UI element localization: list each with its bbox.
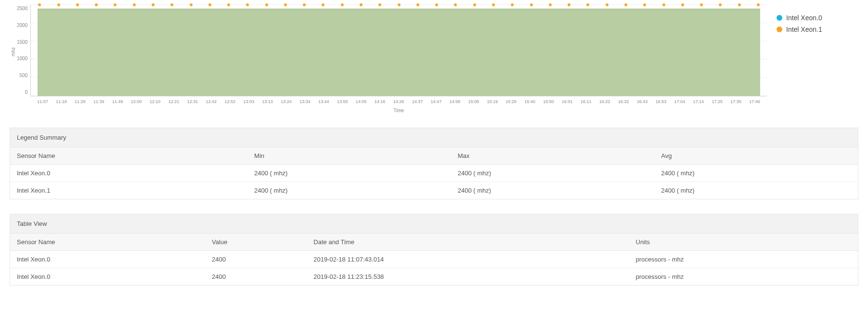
data-point[interactable]: [113, 3, 117, 7]
data-point[interactable]: [681, 3, 685, 7]
chart-plot[interactable]: [30, 5, 767, 96]
y-tick: 1500: [17, 39, 27, 45]
cell-min: 2400 ( mhz): [247, 165, 451, 182]
cell-sensor: Intel Xeon.1: [10, 182, 247, 199]
data-point[interactable]: [416, 3, 420, 7]
data-point[interactable]: [378, 3, 382, 7]
cell-sensor: Intel Xeon.0: [10, 165, 247, 182]
data-point[interactable]: [170, 3, 174, 7]
series-markers: [38, 3, 760, 7]
data-point[interactable]: [76, 3, 79, 7]
cell-value: 2400: [205, 251, 307, 268]
x-tick: 12:10: [150, 99, 161, 104]
x-tick: 14:05: [356, 99, 367, 104]
x-tick: 17:04: [674, 99, 686, 104]
x-tick: 12:31: [187, 99, 198, 104]
x-tick: 11:28: [75, 99, 86, 104]
data-point[interactable]: [132, 3, 136, 7]
data-point[interactable]: [94, 3, 98, 7]
legend-summary-table: Sensor Name Min Max Avg Intel Xeon.02400…: [10, 147, 858, 199]
x-tick: 13:44: [318, 99, 329, 104]
cell-units: processors - mhz: [629, 268, 858, 286]
x-tick: 16:53: [656, 99, 667, 104]
data-point[interactable]: [738, 3, 741, 7]
table-view-panel: Table View Sensor Name Value Date and Ti…: [10, 214, 858, 286]
data-point[interactable]: [473, 3, 477, 7]
x-tick: 14:47: [431, 99, 442, 104]
legend-item[interactable]: Intel Xeon.0: [777, 12, 858, 24]
data-point[interactable]: [38, 3, 41, 7]
cell-min: 2400 ( mhz): [247, 182, 451, 199]
chart-legend: Intel Xeon.0Intel Xeon.1: [777, 5, 858, 35]
data-point[interactable]: [718, 3, 722, 7]
data-point[interactable]: [492, 3, 495, 7]
data-point[interactable]: [435, 3, 439, 7]
data-point[interactable]: [530, 3, 533, 7]
x-tick: 16:01: [562, 99, 573, 104]
data-point[interactable]: [397, 3, 401, 7]
table-view-title: Table View: [10, 214, 858, 234]
y-tick: 2500: [17, 6, 27, 11]
x-tick: 15:19: [487, 99, 498, 104]
x-tick: 11:39: [93, 99, 104, 104]
table-view-table: Sensor Name Value Date and Time Units In…: [10, 234, 858, 285]
data-point[interactable]: [586, 3, 590, 7]
x-tick: 11:07: [37, 99, 48, 104]
data-point[interactable]: [284, 3, 287, 7]
x-tick: 14:26: [393, 99, 404, 104]
data-point[interactable]: [510, 3, 514, 7]
x-tick: 14:16: [375, 99, 386, 104]
data-point[interactable]: [359, 3, 363, 7]
data-point[interactable]: [57, 3, 61, 7]
cell-avg: 2400 ( mhz): [654, 165, 858, 182]
data-point[interactable]: [302, 3, 306, 7]
col-sensor: Sensor Name: [10, 147, 247, 165]
legend-item[interactable]: Intel Xeon.1: [777, 24, 858, 35]
x-tick: 13:34: [299, 99, 311, 104]
data-point[interactable]: [624, 3, 628, 7]
x-tick: 14:37: [412, 99, 423, 104]
data-point[interactable]: [321, 3, 325, 7]
data-point[interactable]: [265, 3, 269, 7]
x-tick: 11:49: [112, 99, 123, 104]
x-axis-label: Time: [30, 104, 767, 113]
data-point[interactable]: [340, 3, 344, 7]
data-point[interactable]: [189, 3, 193, 7]
cell-units: processors - mhz: [629, 251, 858, 268]
x-axis-ticks: 11:0711:1811:2811:3911:4912:0012:1012:21…: [30, 96, 767, 104]
cell-value: 2400: [205, 268, 307, 286]
col-sensor: Sensor Name: [10, 234, 205, 251]
data-point[interactable]: [548, 3, 552, 7]
data-point[interactable]: [700, 3, 703, 7]
data-point[interactable]: [453, 3, 457, 7]
data-point[interactable]: [662, 3, 666, 7]
x-tick: 15:08: [468, 99, 479, 104]
col-datetime: Date and Time: [307, 234, 629, 251]
x-tick: 11:18: [56, 99, 67, 104]
data-point[interactable]: [567, 3, 571, 7]
x-tick: 16:22: [599, 99, 610, 104]
cell-sensor: Intel Xeon.0: [10, 251, 205, 268]
col-value: Value: [205, 234, 307, 251]
x-tick: 13:13: [262, 99, 273, 104]
x-tick: 13:55: [337, 99, 348, 104]
data-point[interactable]: [227, 3, 231, 7]
y-tick: 2000: [17, 23, 27, 28]
x-tick: 12:21: [168, 99, 180, 104]
x-tick: 16:32: [618, 99, 629, 104]
data-point[interactable]: [151, 3, 155, 7]
x-tick: 17:35: [730, 99, 741, 104]
data-point[interactable]: [208, 3, 212, 7]
legend-swatch: [777, 26, 782, 32]
data-point[interactable]: [246, 3, 249, 7]
area-fill: [38, 9, 760, 96]
x-tick: 12:52: [224, 99, 235, 104]
x-tick: 16:43: [637, 99, 648, 104]
y-tick: 500: [17, 73, 27, 78]
data-point[interactable]: [605, 3, 609, 7]
cell-datetime: 2019-02-18 11:23:15.538: [307, 268, 629, 286]
data-point[interactable]: [756, 3, 760, 7]
col-max: Max: [451, 147, 655, 165]
data-point[interactable]: [643, 3, 647, 7]
y-axis-ticks: 25002000150010005000: [17, 6, 30, 95]
